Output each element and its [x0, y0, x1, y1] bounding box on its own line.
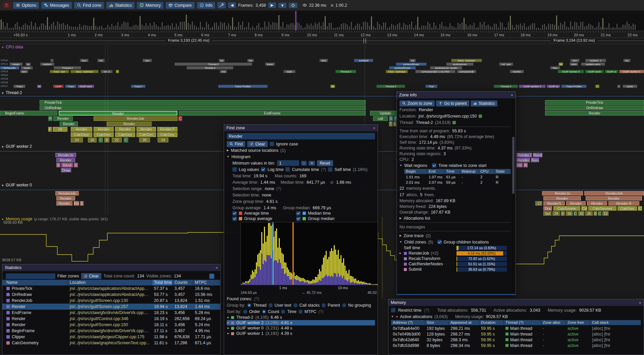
timeline-zone[interactable]: Render	[56, 201, 72, 206]
cpu-zone[interactable]: sen	[570, 59, 580, 62]
cpu-zone[interactable]: tracy_systrace	[386, 70, 408, 73]
child-zone-row[interactable]: ▶RenderJob(×2)4.16 ms (92.60%)	[399, 251, 511, 256]
allocation-row[interactable]: 0x7e049b3d00128 bytes298.27 ms59.95 sMai…	[391, 331, 641, 337]
stats-row[interactable]: Clipperjni/../jni/src/claw/gfx/geo/Clipp…	[2, 334, 220, 340]
toolbar-button-messages[interactable]: Messages	[41, 2, 72, 9]
child-zone-row[interactable]: Submit35.63 us (0.79%)	[399, 267, 511, 272]
log-time-checkbox[interactable]	[261, 167, 265, 172]
found-zone-group[interactable]: ▶GUIF worker 0(3,231)4.48 s	[227, 325, 375, 331]
cpu-zone[interactable]: system-serv	[581, 62, 605, 66]
group-by-radio-user-text[interactable]	[269, 303, 273, 307]
cpu-zone[interactable]: tracy_systrace	[451, 59, 482, 62]
histogram-header[interactable]: ▼ Histogram	[227, 153, 375, 160]
stats-column-header[interactable]: Total time ▼	[152, 280, 173, 285]
timeline-zone[interactable]: C	[124, 138, 128, 142]
cpu-zone[interactable]: ken	[20, 70, 28, 73]
stats-row[interactable]: CalcGeometryjni/../jni/src/claw/graphics…	[2, 340, 220, 346]
timeline-zone[interactable]: 22	[112, 138, 122, 142]
search-input[interactable]	[227, 133, 375, 139]
cpu-zone[interactable]: sys	[143, 59, 152, 62]
close-icon[interactable]: ×	[511, 93, 513, 97]
alloc-column-header[interactable]: Call stack	[590, 320, 641, 325]
stats-column-header[interactable]: Name	[2, 280, 68, 285]
stats-column-header[interactable]: Counts	[173, 280, 193, 285]
cpu-zone[interactable]: Tracy	[65, 85, 76, 88]
timeline-zone[interactable]: C	[178, 116, 182, 121]
frame-overview-strip[interactable]	[0, 11, 644, 31]
cpu-zone[interactable]: GUIF worker 1	[619, 70, 644, 73]
source-color-swatch[interactable]	[479, 115, 482, 118]
timeline-zone[interactable]: 16	[566, 211, 573, 216]
center-view-button[interactable]	[289, 3, 298, 8]
statistics-button[interactable]: Statistics	[471, 100, 497, 106]
cpu-zone[interactable]: system_s	[585, 59, 606, 62]
tools-button[interactable]	[217, 2, 226, 8]
timeline-zone[interactable]: EndFrame	[179, 111, 366, 116]
cpu-zone[interactable]: audioserver /audio	[430, 66, 462, 70]
legend-checkbox[interactable]	[296, 217, 301, 221]
group-by-radio-call-stacks[interactable]	[293, 303, 298, 307]
timeline-zone[interactable]: Render	[566, 201, 586, 206]
timeline-zone[interactable]: PrivateTick	[545, 100, 644, 105]
toolbar-button-compare[interactable]: Compare	[166, 2, 194, 9]
cpu-zone[interactable]: sem	[570, 62, 578, 66]
find-button[interactable]: Find	[227, 141, 245, 147]
min-bin-increase-button[interactable]: +	[309, 161, 315, 166]
timeline-zone[interactable]: Render	[517, 158, 530, 162]
found-zone-group[interactable]: ▶Thread-2(4,105)6.46 s	[227, 315, 375, 320]
cpu-zone[interactable]: dhd	[319, 59, 328, 62]
time-ruler[interactable]: +55.83 s 1 ms2 ms3 ms4 ms5 ms6 ms7 ms8 m…	[0, 31, 644, 38]
allocation-row[interactable]: 0x7dfaa64e00192 bytes298.21 ms59.95 sMai…	[391, 325, 641, 331]
cpu-zone[interactable]: Tracy f	[131, 85, 146, 88]
cumulate-time-checkbox[interactable]	[285, 167, 290, 172]
wait-column-header[interactable]: Wakeup	[460, 169, 479, 174]
wait-column-header[interactable]: State	[494, 169, 511, 174]
close-icon[interactable]: ×	[373, 126, 375, 130]
cpu-zone[interactable]: irq	[97, 59, 105, 62]
timeline-zone[interactable]: Render	[586, 196, 642, 201]
alloc-column-header[interactable]: Duration	[479, 320, 504, 325]
clear-filter-button[interactable]: Clear	[81, 273, 102, 279]
timeline-zone[interactable]: 10	[578, 211, 584, 216]
alloc-call-stack[interactable]: [alloc] [fre	[590, 326, 641, 331]
cpu-zone[interactable]: GUIF worker 2	[519, 85, 546, 88]
cpu-zone[interactable]: syste	[21, 66, 33, 70]
cpu-zone[interactable]: rworke	[510, 70, 524, 73]
scrollbar-thumb[interactable]	[512, 137, 515, 194]
timeline-zone[interactable]: 26	[585, 211, 593, 216]
cpu-zone[interactable]: GUIF-w	[605, 70, 618, 73]
timeline-zone[interactable]: call	[373, 116, 388, 121]
cpu-zone[interactable]	[595, 85, 599, 88]
alloc-call-stack[interactable]: [alloc] [fre	[590, 332, 641, 337]
timeline-zone[interactable]: CalcGeo	[94, 132, 114, 137]
sort-by-radio-order[interactable]	[243, 310, 247, 314]
cpu-zone[interactable]: Thread-2	[54, 66, 81, 70]
cpu-zone[interactable]: composer@2.1-se [HW	[415, 70, 455, 73]
timeline-zone[interactable]: 24	[158, 138, 168, 142]
alloc-column-header[interactable]: Thread (?)	[504, 320, 541, 325]
found-zone-group[interactable]: ▶GUIF worker 1(3,192)4.39 s	[227, 331, 375, 336]
timeline-zone[interactable]: 24	[71, 138, 83, 142]
timeline-zone[interactable]: Re	[74, 201, 79, 206]
cpu-zone[interactable]: composer@	[457, 70, 476, 73]
toolbar-button-statistics[interactable]: Statistics	[106, 2, 135, 9]
legend-checkbox[interactable]	[296, 211, 301, 216]
restrict-time-checkbox[interactable]	[391, 308, 395, 312]
filter-input[interactable]	[6, 273, 55, 279]
cpu-zone[interactable]: A	[558, 62, 563, 66]
legend-checkbox[interactable]	[232, 211, 237, 216]
toolbar-button-memory[interactable]: Memory	[137, 2, 163, 9]
cpu-zone[interactable]: audioserver	[446, 62, 474, 66]
frame-markers-row[interactable]: Frame 3,193 (22.45 ms) Frame 3,194 (13.9…	[0, 38, 644, 44]
stats-column-header[interactable]: MTPC	[193, 280, 220, 285]
timeline-zone[interactable]: 8	[56, 163, 60, 167]
limit-view-toggle[interactable]	[209, 274, 214, 279]
timeline-zone[interactable]: CalcGeo	[115, 132, 135, 137]
timeline-zone[interactable]: C	[99, 138, 103, 142]
stats-row[interactable]: Renderjni/../jni/src/guif/Screen.cpp:257…	[2, 304, 220, 310]
cpu-zone[interactable]: irq	[409, 59, 416, 62]
cpu-zone[interactable]: Trac	[425, 85, 437, 88]
timeline-zone[interactable]: Ca	[581, 206, 587, 211]
cpu-zone[interactable]: md	[220, 70, 227, 73]
cpu-zone[interactable]: Thread-2	[494, 85, 518, 88]
